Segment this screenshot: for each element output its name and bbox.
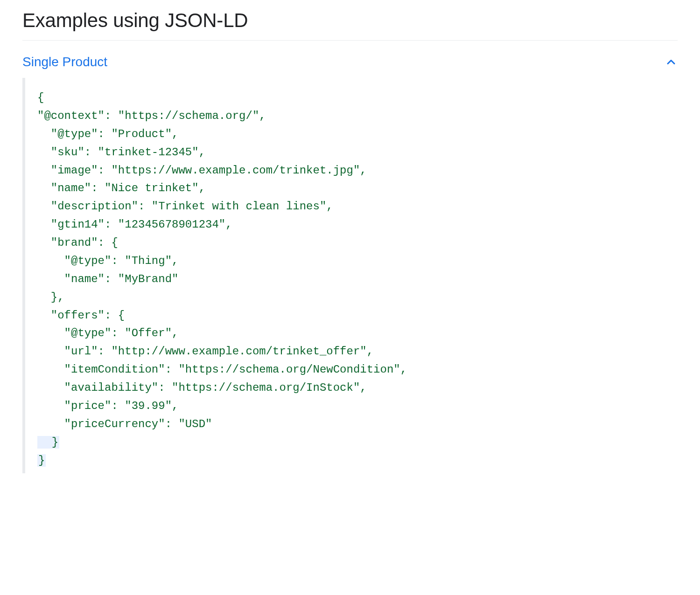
code-line: "itemCondition": "https://schema.org/New… bbox=[37, 363, 407, 376]
code-line: "@type": "Offer", bbox=[37, 327, 178, 339]
code-line: "@type": "Thing", bbox=[37, 255, 178, 267]
code-line: "price": "39.99", bbox=[37, 400, 178, 412]
accordion-title: Single Product bbox=[22, 55, 107, 69]
code-line: "availability": "https://schema.org/InSt… bbox=[37, 381, 367, 394]
code-line: "image": "https://www.example.com/trinke… bbox=[37, 164, 367, 177]
code-line: "@context": "https://schema.org/", bbox=[37, 110, 266, 122]
code-line: { bbox=[37, 91, 44, 104]
code-line-highlight: } bbox=[37, 436, 59, 449]
page: Examples using JSON-LD Single Product { … bbox=[0, 0, 700, 595]
section-heading: Examples using JSON-LD bbox=[22, 9, 678, 41]
code-line: "name": "MyBrand" bbox=[37, 273, 178, 285]
code-line: "brand": { bbox=[37, 236, 118, 249]
accordion-header[interactable]: Single Product bbox=[22, 49, 678, 78]
code-line: "@type": "Product", bbox=[37, 128, 178, 140]
code-line: "sku": "trinket-12345", bbox=[37, 146, 205, 159]
code-line: "offers": { bbox=[37, 309, 125, 322]
code-line: "priceCurrency": "USD" bbox=[37, 418, 212, 430]
code-line: "gtin14": "12345678901234", bbox=[37, 218, 232, 231]
code-line: }, bbox=[37, 291, 64, 304]
code-line: "description": "Trinket with clean lines… bbox=[37, 200, 333, 213]
code-block: { "@context": "https://schema.org/", "@t… bbox=[22, 78, 678, 473]
code-line-highlight: } bbox=[37, 454, 46, 467]
chevron-up-icon bbox=[665, 55, 678, 69]
code-line: "name": "Nice trinket", bbox=[37, 182, 205, 194]
code-line: "url": "http://www.example.com/trinket_o… bbox=[37, 345, 373, 358]
